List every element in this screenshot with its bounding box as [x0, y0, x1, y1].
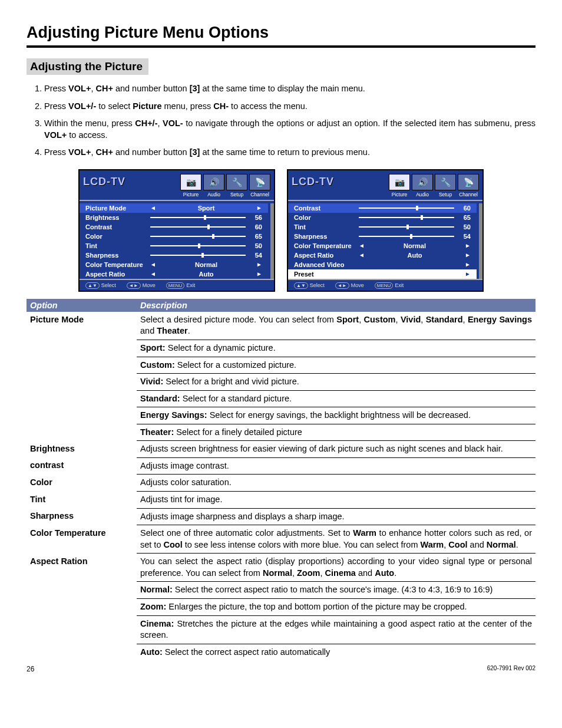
osd-row-tint: Tint50: [80, 241, 268, 251]
section-heading: Adjusting the Picture: [27, 58, 148, 75]
tab-label: Channel: [458, 192, 479, 197]
tab-label: Audio: [412, 192, 433, 197]
column-header-option: Option: [27, 299, 137, 312]
desc-ar-zoom: Zoom: Enlarges the picture, the top and …: [137, 598, 535, 615]
page-number: 26: [27, 665, 34, 673]
desc-ar-normal: Normal: Select the correct aspect ratio …: [137, 582, 535, 599]
opt-color-temperature: Color Temperature: [27, 525, 137, 554]
desc-standard: Standard: Select for a standard picture.: [137, 390, 535, 407]
desc-sharpness: Adjusts image sharpness and displays a s…: [137, 508, 535, 525]
opt-brightness: Brightness: [27, 441, 137, 458]
desc-tint: Adjusts tint for image.: [137, 492, 535, 509]
desc-color-temperature: Select one of three automatic color adju…: [137, 525, 535, 554]
tab-label: Audio: [203, 192, 224, 197]
desc-picture-mode: Select a desired picture mode. You can s…: [137, 312, 535, 340]
step-3: Within the menu, press CH+/-, VOL- to na…: [44, 118, 535, 141]
desc-theater: Theater: Select for a finely detailed pi…: [137, 424, 535, 441]
osd-scrollbar: [270, 203, 274, 279]
desc-color: Adjusts color saturation.: [137, 475, 535, 492]
tab-channel-icon: 📡: [458, 174, 479, 190]
tab-audio-icon: 🔊: [203, 174, 224, 190]
osd-footer: ▲▼Select ◄►Move MENUExit: [80, 279, 274, 291]
tab-setup-icon: 🔧: [226, 174, 247, 190]
tab-label: Setup: [435, 192, 456, 197]
desc-contrast: Adjusts image contrast.: [137, 457, 535, 475]
step-4: Press VOL+, CH+ and number button [3] at…: [44, 147, 535, 159]
opt-sharpness: Sharpness: [27, 508, 137, 525]
osd-row-sharpness: Sharpness54: [288, 232, 477, 241]
tab-channel-icon: 📡: [249, 174, 270, 190]
tab-picture-icon: 📷: [180, 174, 201, 190]
osd-row-contrast: Contrast60: [288, 203, 477, 213]
desc-custom: Custom: Select for a customized picture.: [137, 357, 535, 374]
page-title: Adjusting Picture Menu Options: [27, 24, 535, 42]
osd-row-tint: Tint50: [288, 222, 477, 232]
osd-logo: LCD-TV: [83, 176, 125, 188]
osd-row-advanced-video: Advanced Video►: [288, 260, 477, 269]
desc-vivid: Vivid: Select for a bright and vivid pic…: [137, 374, 535, 391]
osd-row-color-temp: Color Temperature◄Normal►: [288, 241, 477, 251]
opt-contrast: contrast: [27, 457, 137, 475]
osd-row-picture-mode: Picture Mode◄Sport►: [80, 203, 268, 213]
desc-brightness: Adjusts screen brightness for easier vie…: [137, 441, 535, 458]
tab-picture-icon: 📷: [389, 174, 410, 190]
opt-color: Color: [27, 475, 137, 492]
osd-row-color-temp: Color Temperature◄Normal►: [80, 260, 268, 269]
page-footer: 26 620-7991 Rev 002: [27, 665, 535, 673]
desc-sport: Sport: Select for a dynamic picture.: [137, 340, 535, 357]
opt-tint: Tint: [27, 492, 137, 509]
column-header-description: Description: [137, 299, 535, 312]
right-arrow-icon: ►: [256, 205, 262, 211]
revision-number: 620-7991 Rev 002: [487, 665, 535, 673]
osd-row-color: Color65: [288, 213, 477, 222]
osd-row-brightness: Brightness56: [80, 213, 268, 222]
opt-picture-mode: Picture Mode: [27, 312, 137, 441]
osd-scrollbar: [479, 203, 482, 279]
step-1: Press VOL+, CH+ and number button [3] at…: [44, 83, 535, 95]
desc-ar-auto: Auto: Select the correct aspect ratio au…: [137, 644, 535, 660]
tab-setup-icon: 🔧: [435, 174, 456, 190]
tab-label: Picture: [389, 192, 410, 197]
osd-picture-1: LCD-TV 📷 🔊 🔧 📡 Picture Audio Setup Chann…: [78, 169, 275, 292]
osd-row-sharpness: Sharpness54: [80, 251, 268, 260]
left-arrow-icon: ◄: [150, 205, 156, 211]
osd-row-preset: Preset►: [288, 269, 477, 279]
osd-row-contrast: Contrast60: [80, 222, 268, 232]
options-table: Option Description Picture Mode Select a…: [27, 299, 535, 660]
steps-list: Press VOL+, CH+ and number button [3] at…: [27, 83, 535, 159]
tab-label: Channel: [249, 192, 270, 197]
step-2: Press VOL+/- to select Picture menu, pre…: [44, 101, 535, 113]
tab-audio-icon: 🔊: [412, 174, 433, 190]
osd-row-aspect-ratio: Aspect Ratio◄Auto►: [80, 269, 268, 279]
osd-picture-2: LCD-TV 📷 🔊 🔧 📡 Picture Audio Setup Chann…: [287, 169, 484, 292]
rule: [27, 45, 535, 48]
desc-ar-cinema: Cinema: Stretches the picture at the edg…: [137, 615, 535, 644]
tab-label: Picture: [180, 192, 201, 197]
desc-energy-savings: Energy Savings: Select for energy saving…: [137, 407, 535, 424]
osd-footer: ▲▼Select ◄►Move MENUExit: [288, 279, 482, 291]
osd-screenshots: LCD-TV 📷 🔊 🔧 📡 Picture Audio Setup Chann…: [27, 169, 535, 292]
opt-aspect-ratio: Aspect Ration: [27, 554, 137, 660]
desc-aspect-ratio: You can select the aspect ratio (display…: [137, 554, 535, 582]
osd-row-color: Color65: [80, 232, 268, 241]
osd-logo: LCD-TV: [292, 176, 334, 188]
tab-label: Setup: [226, 192, 247, 197]
osd-row-aspect-ratio: Aspect Ratio◄Auto►: [288, 251, 477, 260]
